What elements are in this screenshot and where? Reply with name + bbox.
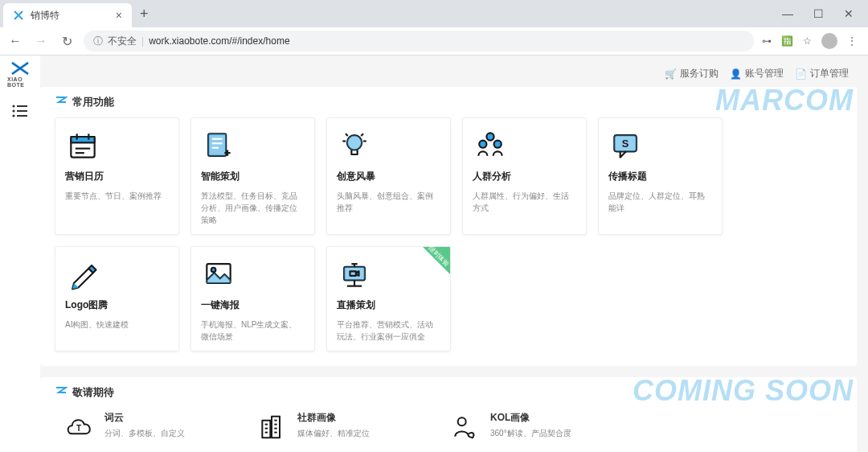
- cart-icon: 🛒: [665, 68, 677, 80]
- profile-avatar[interactable]: [821, 33, 837, 49]
- panel-title-row: 敬请期待: [55, 385, 842, 400]
- nav-reload-icon[interactable]: ↻: [58, 32, 76, 50]
- star-icon[interactable]: ☆: [803, 35, 812, 47]
- key-icon[interactable]: ⊶: [762, 35, 772, 47]
- card-desc: 品牌定位、人群定位、耳熟能详: [608, 190, 712, 214]
- sidebar: XIAO BOTE: [0, 55, 40, 452]
- panel-coming-soon: COMING SOON 敬请期待 T 词云 分词、多模板、自定义 社群画像 媒体…: [40, 377, 857, 452]
- url-text: work.xiaobote.com/#/index/home: [149, 35, 289, 47]
- tab-close-icon[interactable]: ×: [116, 9, 122, 22]
- svg-rect-1: [17, 105, 27, 107]
- top-link-2[interactable]: 📄订单管理: [795, 67, 849, 80]
- kebab-menu-icon[interactable]: ⋮: [847, 35, 857, 47]
- card-desc: 平台推荐、营销模式、活动玩法、行业案例一应俱全: [337, 318, 440, 343]
- top-link-0[interactable]: 🛒服务订购: [665, 67, 719, 80]
- buildings-icon: [256, 411, 288, 443]
- card-desc: 算法模型、任务目标、竞品分析、用户画像、传播定位策略: [201, 190, 305, 226]
- coming-item-cloud-t: T 词云 分词、多模板、自定义: [63, 411, 223, 443]
- panel-title: 常用功能: [72, 95, 114, 109]
- card-title: 一键海报: [201, 298, 305, 312]
- panel-title: 敬请期待: [72, 385, 114, 400]
- card-title: Logo图腾: [65, 298, 169, 312]
- lightbulb-icon: [337, 128, 440, 163]
- card-desc: 头脑风暴、创意组合、案例推荐: [337, 190, 440, 214]
- speech-s-icon: S: [608, 128, 712, 163]
- card-title: 传播标题: [608, 170, 712, 183]
- svg-point-21: [347, 135, 362, 150]
- window-maximize-icon[interactable]: ☐: [810, 7, 826, 20]
- tab-title: 销博特: [31, 9, 109, 23]
- card-title: 直播策划: [337, 298, 440, 312]
- translate-icon[interactable]: 🈯: [781, 35, 793, 47]
- svg-line-24: [346, 134, 348, 136]
- card-title: 人群分析: [473, 170, 576, 183]
- address-bar: ← → ↻ ⓘ 不安全 | work.xiaobote.com/#/index/…: [0, 27, 868, 55]
- feature-card-doc-plus[interactable]: 智能策划 算法模型、任务目标、竞品分析、用户画像、传播定位策略: [190, 117, 315, 235]
- top-link-1[interactable]: 👤账号管理: [730, 67, 784, 80]
- panel-arrow-icon: [55, 96, 68, 109]
- coming-item-buildings: 社群画像 媒体偏好、精准定位: [256, 411, 416, 443]
- feature-card-calendar[interactable]: 营销日历 重要节点、节日、案例推荐: [55, 117, 179, 235]
- svg-rect-3: [17, 110, 27, 112]
- app-logo[interactable]: XIAO BOTE: [7, 60, 33, 89]
- feature-card-pencil[interactable]: Logo图腾 AI构图、快速建模: [55, 246, 179, 351]
- svg-line-25: [361, 134, 363, 136]
- window-controls: — ☐ ✕: [780, 7, 865, 20]
- url-security-label: 不安全: [108, 35, 137, 48]
- doc-plus-icon: [201, 128, 305, 163]
- svg-point-55: [458, 417, 466, 425]
- feature-card-screen-cam[interactable]: 限时体验 直播策划 平台推荐、营销模式、活动玩法、行业案例一应俱全: [326, 246, 451, 351]
- pencil-icon: [65, 257, 169, 292]
- logo-text: XIAO BOTE: [7, 76, 33, 88]
- doc-icon: 📄: [795, 68, 807, 80]
- new-tab-button[interactable]: +: [132, 6, 157, 23]
- browser-actions: ⊶ 🈯 ☆ ⋮: [762, 33, 862, 49]
- svg-rect-14: [208, 134, 226, 156]
- svg-point-2: [12, 109, 14, 112]
- top-link-label: 订单管理: [810, 67, 849, 80]
- feature-card-speech-s[interactable]: S 传播标题 品牌定位、人群定位、耳熟能详: [598, 117, 723, 235]
- main-content: 🛒服务订购👤账号管理📄订单管理 MARCOM 常用功能 营销日历 重要节点、节日…: [40, 55, 868, 452]
- svg-text:S: S: [622, 138, 629, 150]
- poster-icon: [201, 257, 305, 292]
- site-info-icon[interactable]: ⓘ: [93, 35, 103, 48]
- svg-point-0: [12, 105, 14, 107]
- panel-title-row: 常用功能: [55, 95, 842, 109]
- coming-title: KOL画像: [490, 411, 571, 425]
- svg-rect-5: [17, 115, 27, 117]
- svg-rect-39: [344, 267, 365, 281]
- window-minimize-icon[interactable]: —: [780, 7, 796, 20]
- top-link-label: 账号管理: [745, 67, 784, 80]
- cloud-t-icon: T: [63, 411, 95, 443]
- sidebar-toggle-icon[interactable]: [11, 104, 29, 118]
- kol-icon: [448, 411, 481, 443]
- calendar-icon: [65, 128, 169, 163]
- feature-card-poster[interactable]: 一键海报 手机海报、NLP生成文案、微信场景: [190, 246, 315, 351]
- card-title: 智能策划: [201, 170, 305, 183]
- card-title: 营销日历: [65, 170, 169, 183]
- coming-desc: 360°解读、产品契合度: [490, 428, 571, 439]
- top-link-label: 服务订购: [680, 67, 719, 80]
- address-input[interactable]: ⓘ 不安全 | work.xiaobote.com/#/index/home: [84, 31, 754, 51]
- nav-back-icon[interactable]: ←: [6, 32, 24, 50]
- tab-favicon: [13, 10, 24, 21]
- svg-rect-7: [71, 137, 94, 142]
- nav-forward-icon[interactable]: →: [32, 32, 50, 50]
- coming-title: 词云: [104, 411, 185, 425]
- tab-bar: 销博特 × + — ☐ ✕: [0, 0, 868, 27]
- people-icon: [473, 128, 576, 163]
- browser-tab[interactable]: 销博特 ×: [3, 3, 132, 27]
- panel-common-functions: MARCOM 常用功能 营销日历 重要节点、节日、案例推荐 智能策划 算法模型、…: [40, 87, 857, 366]
- svg-text:T: T: [76, 424, 81, 433]
- cards-grid: 营销日历 重要节点、节日、案例推荐 智能策划 算法模型、任务目标、竞品分析、用户…: [55, 117, 842, 351]
- window-close-icon[interactable]: ✕: [841, 7, 857, 20]
- coming-item-kol: KOL画像 360°解读、产品契合度: [448, 411, 609, 443]
- card-title: 创意风暴: [337, 170, 440, 183]
- feature-card-lightbulb[interactable]: 创意风暴 头脑风暴、创意组合、案例推荐: [326, 117, 451, 235]
- card-desc: AI构图、快速建模: [65, 318, 169, 331]
- card-desc: 人群属性、行为偏好、生活方式: [473, 190, 576, 214]
- coming-title: 社群画像: [297, 411, 370, 425]
- app-root: XIAO BOTE 🛒服务订购👤账号管理📄订单管理 MARCOM 常用功能 营销…: [0, 55, 868, 452]
- feature-card-people[interactable]: 人群分析 人群属性、行为偏好、生活方式: [462, 117, 587, 235]
- coming-soon-row: T 词云 分词、多模板、自定义 社群画像 媒体偏好、精准定位 KOL画像 360…: [55, 408, 842, 451]
